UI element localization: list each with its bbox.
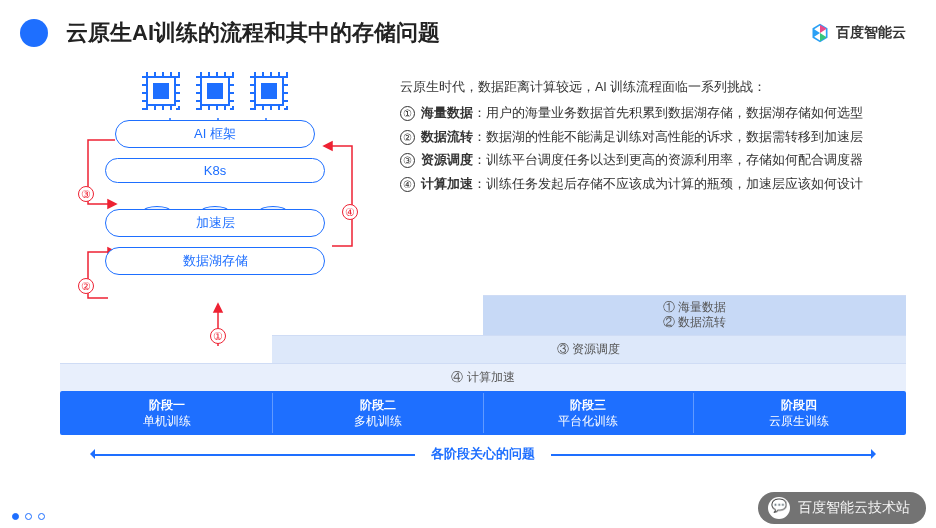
wechat-account: 百度智能云技术站 (798, 499, 910, 517)
desc-bold: 数据流转 (421, 130, 473, 144)
arrow-right-icon (871, 449, 881, 459)
chip-icon (254, 76, 284, 106)
desc-text: ：用户的海量业务数据首先积累到数据湖存储，数据湖存储如何选型 (473, 106, 863, 120)
pager-dot[interactable] (25, 513, 32, 520)
desc-num: ③ (400, 153, 415, 168)
desc-lead: 云原生时代，数据距离计算较远，AI 训练流程面临一系列挑战： (400, 76, 906, 100)
marker-3: ③ (78, 186, 94, 202)
desc-text: ：数据湖的性能不能满足训练对高性能的诉求，数据需转移到加速层 (473, 130, 863, 144)
staircase: ① 海量数据 ② 数据流转 ③ 资源调度 ④ 计算加速 (60, 276, 906, 391)
layer-k8s: K8s (105, 158, 325, 183)
bullet-icon (20, 19, 48, 47)
desc-item: ① 海量数据：用户的海量业务数据首先积累到数据湖存储，数据湖存储如何选型 (400, 102, 906, 126)
step-middle: ③ 资源调度 (272, 335, 907, 363)
step-bottom: ④ 计算加速 (60, 363, 906, 391)
desc-item: ③ 资源调度：训练平台调度任务以达到更高的资源利用率，存储如何配合调度器 (400, 149, 906, 173)
pager-dot[interactable] (12, 513, 19, 520)
phase-2: 阶段二多机训练 (273, 393, 484, 433)
desc-bold: 计算加速 (421, 177, 473, 191)
brand-logo: 百度智能云 (810, 23, 906, 43)
chip-row (60, 76, 370, 106)
axis-label: 各阶段关心的问题 (60, 445, 906, 463)
chip-icon (146, 76, 176, 106)
desc-num: ② (400, 130, 415, 145)
desc-num: ④ (400, 177, 415, 192)
pager-dot[interactable] (38, 513, 45, 520)
staircase-section: ① 海量数据 ② 数据流转 ③ 资源调度 ④ 计算加速 阶段一单机训练 阶段二多… (60, 276, 906, 463)
layer-ai-framework: AI 框架 (115, 120, 315, 148)
phase-3: 阶段三平台化训练 (484, 393, 695, 433)
marker-4: ④ (342, 204, 358, 220)
page-indicator (12, 513, 45, 520)
brand-text: 百度智能云 (836, 24, 906, 42)
baidu-cloud-icon (810, 23, 830, 43)
step-top: ① 海量数据 ② 数据流转 (483, 295, 906, 335)
desc-text: ：训练任务发起后存储不应该成为计算的瓶颈，加速层应该如何设计 (473, 177, 863, 191)
wechat-icon (768, 497, 790, 519)
svg-marker-2 (324, 142, 332, 150)
phase-1: 阶段一单机训练 (62, 393, 273, 433)
desc-item: ② 数据流转：数据湖的性能不能满足训练对高性能的诉求，数据需转移到加速层 (400, 126, 906, 150)
phase-row: 阶段一单机训练 阶段二多机训练 阶段三平台化训练 阶段四云原生训练 (60, 391, 906, 435)
phase-4: 阶段四云原生训练 (694, 393, 904, 433)
header: 云原生AI训练的流程和其中的存储问题 百度智能云 (0, 0, 936, 56)
step-label: ② 数据流转 (663, 315, 726, 331)
wechat-badge: 百度智能云技术站 (758, 492, 926, 524)
layer-acceleration: 加速层 (105, 209, 325, 237)
desc-text: ：训练平台调度任务以达到更高的资源利用率，存储如何配合调度器 (473, 153, 863, 167)
arrow-left-icon (85, 449, 95, 459)
desc-bold: 资源调度 (421, 153, 473, 167)
page-title: 云原生AI训练的流程和其中的存储问题 (66, 18, 810, 48)
step-label: ① 海量数据 (663, 300, 726, 316)
chip-icon (200, 76, 230, 106)
desc-bold: 海量数据 (421, 106, 473, 120)
layer-data-lake: 数据湖存储 (105, 247, 325, 275)
desc-num: ① (400, 106, 415, 121)
desc-item: ④ 计算加速：训练任务发起后存储不应该成为计算的瓶颈，加速层应该如何设计 (400, 173, 906, 197)
